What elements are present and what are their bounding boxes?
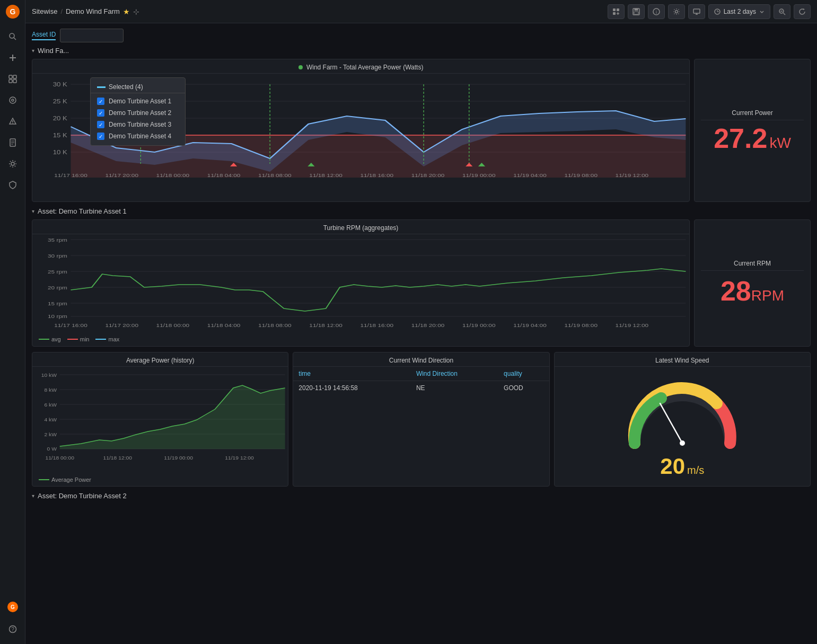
svg-text:35 rpm: 35 rpm (48, 237, 67, 242)
wind-direction-table: time Wind Direction quality 2020-11-19 1… (293, 367, 549, 395)
svg-text:11/19 00:00: 11/19 00:00 (462, 322, 496, 328)
kpi-power-value-row: 27.2 kW (714, 125, 791, 152)
wind-farm-chevron: ▾ (32, 48, 34, 54)
wind-speed-panel: Latest Wind Speed (554, 352, 811, 487)
legend-avg-power: Average Power (39, 477, 91, 483)
asset-2-section-header[interactable]: ▾ Asset: Demo Turbine Asset 2 (32, 492, 811, 500)
kpi-rpm-value-row: 28 RPM (721, 275, 784, 307)
svg-text:15 rpm: 15 rpm (48, 301, 67, 306)
sidebar-item-settings[interactable] (3, 154, 22, 173)
svg-text:6 kW: 6 kW (44, 402, 57, 408)
svg-text:11/18 16:00: 11/18 16:00 (361, 322, 394, 328)
svg-line-41 (784, 13, 786, 15)
sidebar-item-add[interactable] (3, 48, 22, 67)
add-panel-button[interactable] (608, 4, 625, 19)
svg-text:0 W: 0 W (47, 446, 57, 452)
svg-text:11/18 12:00: 11/18 12:00 (309, 172, 342, 178)
svg-text:30 K: 30 K (53, 82, 67, 87)
time-range-button[interactable]: Last 2 days (708, 4, 770, 19)
dropdown-item-label-4: Demo Turbine Asset 4 (109, 133, 171, 140)
svg-text:11/18 08:00: 11/18 08:00 (258, 322, 292, 328)
dropdown-selected-count: Selected (4) (109, 83, 143, 91)
rpm-chart-legend: avg min max (32, 334, 689, 346)
sidebar-item-dashboards[interactable] (3, 69, 22, 89)
col-wind-direction: Wind Direction (411, 367, 498, 381)
wind-farm-section-header[interactable]: ▾ Wind Fa... (32, 47, 811, 55)
asset-id-label: Asset ID (32, 31, 56, 40)
sidebar-item-security[interactable] (3, 175, 22, 195)
svg-point-10 (10, 97, 16, 103)
current-rpm-panel: Current RPM 28 RPM (694, 219, 811, 347)
dropdown-item-label-3: Demo Turbine Asset 3 (109, 121, 171, 128)
sidebar-item-user[interactable]: G (3, 597, 22, 616)
checkbox-3[interactable]: ✓ (97, 121, 104, 128)
svg-text:8 kW: 8 kW (44, 387, 57, 393)
svg-text:11/18 00:00: 11/18 00:00 (45, 455, 74, 461)
dropdown-item-3[interactable]: ✓ Demo Turbine Asset 3 (91, 119, 185, 130)
asset-id-input[interactable] (60, 29, 124, 42)
settings-button[interactable] (668, 4, 685, 19)
main-content: Sitewise / Demo Wind Farm ★ ⊹ (25, 0, 817, 644)
svg-rect-7 (13, 75, 16, 78)
svg-point-33 (675, 10, 678, 13)
kpi-rpm-title: Current RPM (701, 260, 804, 271)
sidebar-item-search[interactable] (3, 27, 22, 46)
svg-rect-23 (613, 8, 616, 11)
gauge-value: 20 (660, 454, 685, 479)
app-logo[interactable]: G (5, 4, 20, 21)
svg-text:20 rpm: 20 rpm (48, 285, 67, 290)
sidebar-item-assets[interactable] (3, 91, 22, 110)
turbine-section-header[interactable]: ▾ Asset: Demo Turbine Asset 1 (32, 207, 811, 215)
svg-text:11/18 04:00: 11/18 04:00 (207, 172, 241, 178)
legend-max-line (95, 339, 106, 340)
legend-min-label: min (80, 336, 90, 342)
gauge-container: 20 m/s (619, 367, 746, 486)
svg-text:30 rpm: 30 rpm (48, 253, 67, 258)
sidebar-item-help[interactable]: ? (3, 620, 22, 639)
turbine-asset-1-section: ▾ Asset: Demo Turbine Asset 1 Turbine RP… (32, 207, 811, 347)
svg-point-116 (680, 440, 685, 446)
asset-dropdown: Selected (4) ✓ Demo Turbine Asset 1 ✓ De… (90, 77, 186, 146)
checkbox-4[interactable]: ✓ (97, 133, 104, 140)
info-button[interactable]: i (648, 4, 665, 19)
svg-text:11/19 08:00: 11/19 08:00 (564, 172, 598, 178)
turbine-chevron: ▾ (32, 208, 34, 214)
cell-direction-1: NE (411, 381, 498, 395)
svg-text:11/18 12:00: 11/18 12:00 (309, 322, 342, 328)
kpi-rpm-unit: RPM (751, 287, 784, 304)
asset-id-row: Asset ID (32, 29, 811, 42)
sidebar-item-alerts[interactable] (3, 112, 22, 131)
legend-avg-power-label: Average Power (51, 477, 91, 483)
refresh-button[interactable] (794, 4, 811, 19)
dropdown-header: Selected (4) (91, 81, 185, 93)
svg-rect-29 (634, 8, 638, 11)
wind-direction-title: Current Wind Direction (293, 352, 549, 367)
sidebar-item-reports[interactable] (3, 133, 22, 152)
chart-title-dot (298, 65, 303, 69)
svg-text:11/18 16:00: 11/18 16:00 (361, 172, 394, 178)
svg-point-11 (12, 99, 14, 101)
favorite-icon[interactable]: ★ (123, 7, 130, 16)
zoom-out-button[interactable] (774, 4, 790, 19)
dropdown-item-4[interactable]: ✓ Demo Turbine Asset 4 (91, 130, 185, 142)
svg-rect-25 (613, 12, 616, 15)
svg-line-3 (14, 38, 16, 40)
legend-max-label: max (108, 336, 119, 342)
svg-rect-6 (9, 75, 12, 78)
checkbox-2[interactable]: ✓ (97, 109, 104, 117)
save-button[interactable] (628, 4, 645, 19)
svg-text:11/18 04:00: 11/18 04:00 (207, 322, 241, 328)
avg-power-chart-svg: 10 kW 8 kW 6 kW 4 kW 2 kW 0 W 11/18 00:0… (32, 367, 288, 473)
dropdown-item-2[interactable]: ✓ Demo Turbine Asset 2 (91, 107, 185, 119)
wind-farm-label: Wind Fa... (38, 47, 69, 55)
checkbox-1[interactable]: ✓ (97, 98, 104, 105)
monitor-button[interactable] (688, 4, 705, 19)
cell-time-1: 2020-11-19 14:56:58 (293, 381, 411, 395)
share-icon[interactable]: ⊹ (133, 7, 139, 16)
dropdown-item-1[interactable]: ✓ Demo Turbine Asset 1 (91, 95, 185, 107)
current-power-panel: Current Power 27.2 kW (694, 59, 811, 202)
time-range-label: Last 2 days (724, 8, 756, 15)
col-time: time (293, 367, 411, 381)
svg-text:11/17 20:00: 11/17 20:00 (105, 172, 138, 178)
gauge-value-row: 20 m/s (660, 454, 704, 479)
